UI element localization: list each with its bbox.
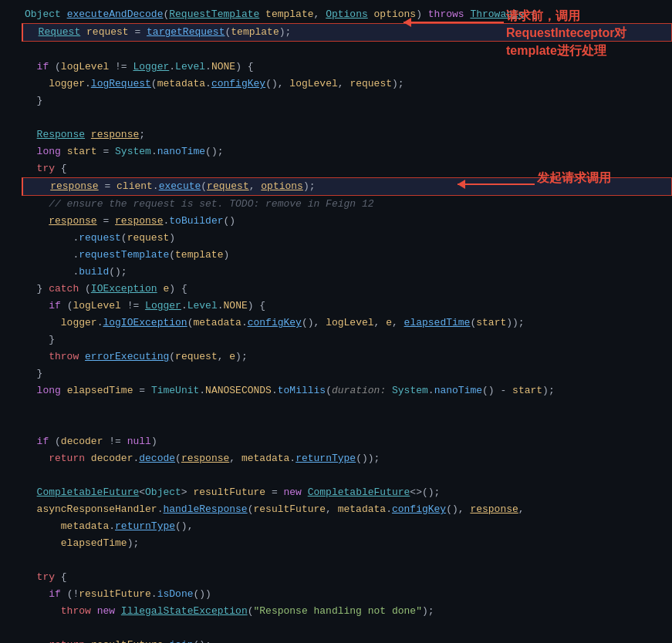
line-number-14 (0, 230, 22, 231)
line-number-21 (0, 348, 22, 350)
line-text-9: long start = System.nanoTime(); (22, 143, 672, 160)
code-line-37 (0, 620, 672, 637)
arrow-1 (404, 22, 504, 23)
code-line-24 (0, 399, 672, 416)
line-text-33 (22, 552, 672, 569)
code-line-26: if (decoder != null) (0, 433, 672, 450)
line-number-5 (0, 76, 22, 77)
arrow-2 (458, 183, 535, 185)
code-line-34: try { (0, 569, 672, 586)
line-text-36: throw new IllegalStateException("Respons… (22, 603, 672, 620)
code-line-33 (0, 552, 672, 569)
line-number-24 (0, 399, 22, 401)
line-text-4: if (logLevel != Logger.Level.NONE) { (22, 59, 672, 76)
line-number-26 (0, 433, 22, 435)
code-line-38: return resultFuture.join(); (0, 637, 672, 643)
code-line-6: } (0, 93, 672, 109)
line-text-25 (22, 416, 672, 433)
line-text-8: Response response; (22, 126, 672, 143)
line-number-8 (0, 126, 22, 128)
line-number-11 (0, 177, 22, 179)
code-line-29: CompletableFuture<Object> resultFuture =… (0, 484, 672, 501)
line-number-30 (0, 501, 22, 503)
code-line-5: logger.logRequest(metadata.configKey(), … (0, 76, 672, 93)
line-text-2: Request request = targetRequest(template… (22, 23, 672, 42)
line-number-15 (0, 247, 22, 248)
code-line-22: } (0, 365, 672, 382)
line-text-18: if (logLevel != Logger.Level.NONE) { (22, 298, 672, 315)
line-number-22 (0, 365, 22, 367)
line-text-12: // ensure the request is set. TODO: remo… (22, 196, 672, 213)
line-number-36 (0, 603, 22, 604)
line-number-35 (0, 586, 22, 587)
code-line-12: // ensure the request is set. TODO: remo… (0, 196, 672, 213)
line-number-9 (0, 143, 22, 145)
line-number-2 (0, 23, 22, 25)
line-text-5: logger.logRequest(metadata.configKey(), … (22, 76, 672, 93)
code-line-30: asyncResponseHandler.handleResponse(resu… (0, 501, 672, 518)
code-line-32: elapsedTime); (0, 535, 672, 552)
line-text-15: .requestTemplate(template) (22, 247, 672, 264)
line-number-12 (0, 196, 22, 197)
line-number-31 (0, 518, 22, 520)
line-number-13 (0, 213, 22, 214)
code-line-18: if (logLevel != Logger.Level.NONE) { (0, 298, 672, 315)
line-number-10 (0, 160, 22, 162)
code-line-13: response = response.toBuilder() (0, 213, 672, 230)
code-line-11: response = client.execute(request, optio… (0, 177, 672, 196)
code-line-2: Request request = targetRequest(template… (0, 23, 672, 42)
line-text-3 (22, 42, 672, 59)
line-number-32 (0, 535, 22, 537)
line-text-37 (22, 620, 672, 637)
code-line-16: .build(); (0, 264, 672, 281)
line-number-34 (0, 569, 22, 571)
code-line-20: } (0, 332, 672, 348)
line-text-16: .build(); (22, 264, 672, 281)
code-line-10: try { (0, 160, 672, 177)
line-number-23 (0, 382, 22, 384)
code-line-36: throw new IllegalStateException("Respons… (0, 603, 672, 620)
line-number-25 (0, 416, 22, 418)
code-line-25 (0, 416, 672, 433)
line-number-1 (0, 6, 22, 8)
line-text-21: throw errorExecuting(request, e); (22, 348, 672, 365)
line-text-34: try { (22, 569, 672, 586)
line-number-3 (0, 42, 22, 43)
line-text-30: asyncResponseHandler.handleResponse(resu… (22, 501, 672, 518)
line-text-20: } (22, 332, 672, 348)
line-number-18 (0, 298, 22, 299)
line-text-29: CompletableFuture<Object> resultFuture =… (22, 484, 672, 501)
line-text-24 (22, 399, 672, 416)
code-line-35: if (!resultFuture.isDone()) (0, 586, 672, 603)
line-number-4 (0, 59, 22, 60)
code-line-14: .request(request) (0, 230, 672, 247)
code-line-19: logger.logIOException(metadata.configKey… (0, 315, 672, 332)
line-number-6 (0, 93, 22, 94)
line-text-6: } (22, 93, 672, 109)
line-number-16 (0, 264, 22, 265)
line-text-35: if (!resultFuture.isDone()) (22, 586, 672, 603)
code-line-23: long elapsedTime = TimeUnit.NANOSECONDS.… (0, 382, 672, 399)
line-number-28 (0, 467, 22, 469)
line-text-17: } catch (IOException e) { (22, 281, 672, 298)
code-line-21: throw errorExecuting(request, e); (0, 348, 672, 365)
line-text-10: try { (22, 160, 672, 177)
code-line-7 (0, 109, 672, 126)
line-text-32: elapsedTime); (22, 535, 672, 552)
code-editor: Object executeAndDecode(RequestTemplate … (0, 0, 672, 643)
line-number-19 (0, 315, 22, 316)
line-text-38: return resultFuture.join(); (22, 637, 672, 643)
code-line-31: metadata.returnType(), (0, 518, 672, 535)
line-text-1: Object executeAndDecode(RequestTemplate … (22, 6, 672, 23)
code-line-4: if (logLevel != Logger.Level.NONE) { (0, 59, 672, 76)
line-text-28 (22, 467, 672, 484)
line-text-27: return decoder.decode(response, metadata… (22, 450, 672, 467)
line-number-7 (0, 109, 22, 111)
line-number-20 (0, 332, 22, 333)
code-line-17: } catch (IOException e) { (0, 281, 672, 298)
code-line-28 (0, 467, 672, 484)
line-number-37 (0, 620, 22, 621)
code-line-15: .requestTemplate(template) (0, 247, 672, 264)
line-number-17 (0, 281, 22, 282)
code-line-1: Object executeAndDecode(RequestTemplate … (0, 6, 672, 23)
